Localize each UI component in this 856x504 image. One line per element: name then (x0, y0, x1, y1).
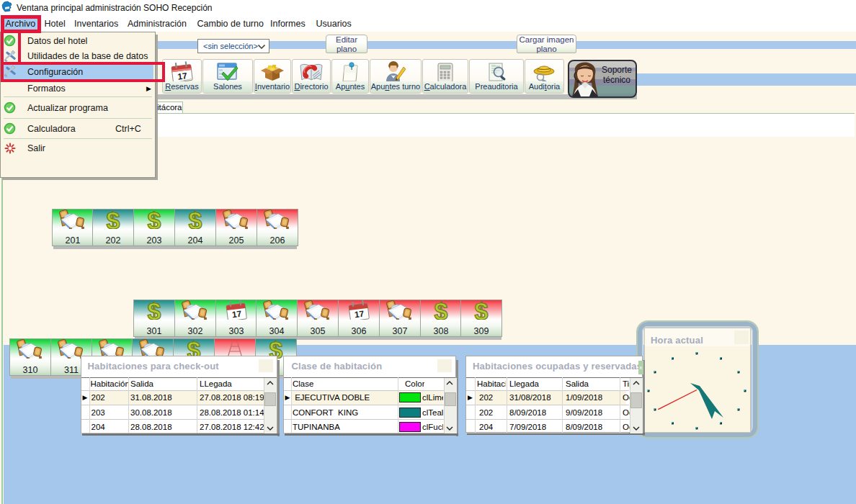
svg-text:17: 17 (354, 309, 365, 320)
svg-text:$: $ (148, 300, 161, 322)
svg-text:$: $ (107, 210, 120, 231)
svg-text:$: $ (189, 210, 202, 231)
svg-text:$: $ (475, 300, 489, 322)
svg-text:17: 17 (231, 309, 242, 320)
svg-text:$: $ (434, 300, 448, 322)
svg-text:$: $ (148, 210, 161, 231)
